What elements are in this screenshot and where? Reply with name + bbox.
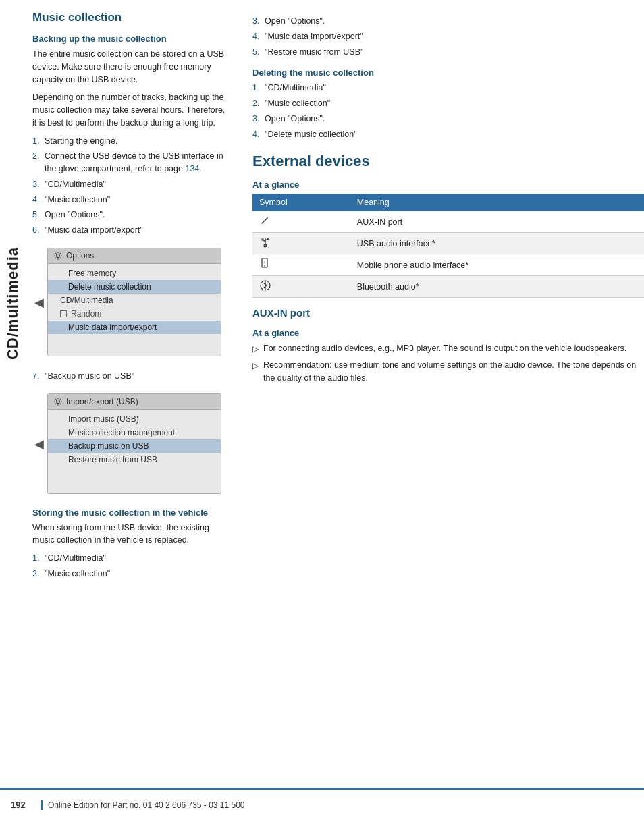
options-body: Free memory Delete music collection CD/M… [48, 264, 221, 356]
list-item: 1. "CD/Multimedia" [32, 552, 231, 565]
col-meaning: Meaning [350, 194, 644, 211]
options-spacer [48, 334, 221, 353]
list-item: 7. "Backup music on USB" [32, 370, 231, 383]
para-backing-1: The entire music collection can be store… [32, 48, 231, 86]
symbol-bluetooth [252, 276, 350, 298]
page-title: Music collection [32, 11, 231, 24]
list-item: 4. "Delete music collection" [252, 128, 644, 141]
right-column: 3. Open "Options". 4. "Music data import… [242, 11, 644, 586]
table-row: ♪ Mobile phone audio interface* [252, 254, 644, 276]
random-checkbox [60, 310, 67, 317]
table-row: Bluetooth audio* [252, 276, 644, 298]
symbol-table: Symbol Meaning AUX-IN port [252, 194, 644, 298]
table-row: USB audio interface* [252, 233, 644, 254]
meaning-mobile: Mobile phone audio interface* [350, 254, 644, 276]
import-backup: Backup music on USB [48, 439, 221, 453]
options-ui-box: Options Free memory Delete music collect… [47, 248, 221, 356]
at-a-glance-title-1: At a glance [252, 180, 644, 190]
nav-arrow-left-1: ◀ [34, 295, 44, 310]
list-item: 1. Starting the engine. [32, 135, 231, 148]
usb-icon [259, 236, 271, 248]
aux-bullet-list: ▷ For connecting audio devices, e.g., MP… [252, 342, 644, 385]
gear-icon-2 [53, 397, 63, 406]
aux-icon [259, 215, 271, 227]
section-backing-title: Backing up the music collection [32, 34, 231, 44]
import-title: Import/export (USB) [66, 397, 138, 406]
options-random: Random [48, 307, 221, 321]
list-item: 5. Open "Options". [32, 209, 231, 221]
options-delete: Delete music collection [48, 280, 221, 294]
options-cd-multimedia: CD/Multimedia [48, 294, 221, 307]
list-item: 2. Connect the USB device to the USB int… [32, 150, 231, 175]
gear-icon [53, 251, 63, 261]
import-restore: Restore music from USB [48, 453, 221, 466]
bluetooth-icon [259, 279, 271, 292]
symbol-mobile: ♪ [252, 254, 350, 276]
list-item: 3. Open "Options". [252, 15, 644, 28]
list-item: 2. "Music collection" [252, 97, 644, 110]
list-item: 4. "Music collection" [32, 194, 231, 207]
svg-text:♪: ♪ [263, 260, 265, 264]
import-titlebar: Import/export (USB) [48, 394, 221, 410]
para-storing-1: When storing from the USB device, the ex… [32, 522, 231, 547]
cd-sidebar: CD/multimedia [0, 0, 26, 607]
list-item: ▷ Recommendation: use medium tone and vo… [252, 359, 644, 385]
steps-1-6: 1. Starting the engine. 2. Connect the U… [32, 135, 231, 237]
options-import-export: Music data import/export [48, 321, 221, 334]
aux-title: AUX-IN port [252, 307, 644, 319]
section-storing-title: Storing the music collection in the vehi… [32, 508, 231, 518]
left-column: Music collection Backing up the music co… [32, 11, 242, 586]
list-item: 3. Open "Options". [252, 113, 644, 126]
options-free-memory: Free memory [48, 267, 221, 280]
list-item: 3. "CD/Multimedia" [32, 178, 231, 191]
options-titlebar: Options [48, 248, 221, 264]
page-link[interactable]: 134 [185, 164, 199, 173]
steps-storing: 1. "CD/Multimedia" 2. "Music collection" [32, 552, 231, 580]
at-a-glance-title-2: At a glance [252, 328, 644, 338]
options-box-wrapper: ◀ Options Free memory Delete music colle… [32, 242, 231, 363]
import-spacer [48, 466, 221, 491]
import-music-usb: Import music (USB) [48, 412, 221, 426]
footer-page-number: 192 [0, 800, 41, 810]
svg-point-0 [57, 254, 60, 257]
arrow-icon-2: ▷ [252, 359, 263, 372]
steps-delete: 1. "CD/Multimedia" 2. "Music collection"… [252, 82, 644, 140]
steps-top-right: 3. Open "Options". 4. "Music data import… [252, 15, 644, 58]
import-management: Music collection management [48, 426, 221, 439]
footer-text: Online Edition for Part no. 01 40 2 606 … [41, 800, 245, 810]
meaning-usb: USB audio interface* [350, 233, 644, 254]
import-ui-box: Import/export (USB) Import music (USB) M… [47, 393, 221, 494]
para-backing-2: Depending on the number of tracks, backi… [32, 91, 231, 129]
meaning-bluetooth: Bluetooth audio* [350, 276, 644, 298]
section-delete-title: Deleting the music collection [252, 67, 644, 78]
nav-arrow-left-2: ◀ [34, 437, 44, 452]
sidebar-label: CD/multimedia [4, 247, 22, 360]
list-item: ▷ For connecting audio devices, e.g., MP… [252, 342, 644, 355]
footer: 192 Online Edition for Part no. 01 40 2 … [0, 788, 644, 820]
symbol-usb [252, 233, 350, 254]
meaning-aux: AUX-IN port [350, 211, 644, 233]
import-body: Import music (USB) Music collection mana… [48, 410, 221, 493]
svg-point-1 [57, 400, 60, 403]
table-row: AUX-IN port [252, 211, 644, 233]
list-item: 6. "Music data import/export" [32, 224, 231, 237]
external-devices-title: External devices [252, 153, 644, 170]
mobile-icon: ♪ [259, 258, 271, 270]
import-box-wrapper: ◀ Import/export (USB) Import music (USB)… [32, 388, 231, 501]
list-item: 4. "Music data import/export" [252, 30, 644, 43]
arrow-icon-1: ▷ [252, 342, 263, 355]
symbol-aux [252, 211, 350, 233]
col-symbol: Symbol [252, 194, 350, 211]
list-item: 1. "CD/Multimedia" [252, 82, 644, 94]
options-title: Options [66, 251, 94, 261]
step-7-list: 7. "Backup music on USB" [32, 370, 231, 383]
list-item: 2. "Music collection" [32, 568, 231, 580]
list-item: 5. "Restore music from USB" [252, 46, 644, 59]
